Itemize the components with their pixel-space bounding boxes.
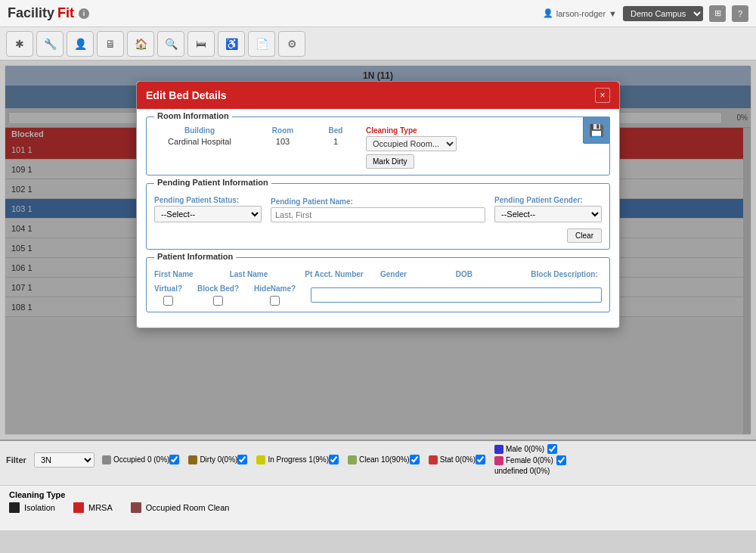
wrench-tool-btn[interactable]: 🔧 <box>36 31 64 57</box>
cleaning-type-select[interactable]: Occupied Room... Clean Dirty In Progress <box>366 136 457 151</box>
pending-patient-grid: Pending Patient Status: --Select-- Pendi… <box>154 190 602 222</box>
hide-name-checkbox-wrap: HideName? <box>254 284 296 306</box>
info-badge[interactable]: i <box>79 8 89 19</box>
virtual-checkbox[interactable] <box>163 296 173 306</box>
filter-label: Filter <box>6 455 26 464</box>
wheelchair-tool-btn[interactable]: ♿ <box>218 31 245 57</box>
dirty-checkbox[interactable] <box>237 455 247 464</box>
clear-button[interactable]: Clear <box>567 228 602 243</box>
inprogress-label: In Progress 1(9%) <box>268 455 329 464</box>
gender-stats: Male 0(0%) Female 0(0%) undefined 0(0%) <box>494 444 566 475</box>
cleaning-type-label: Cleaning Type <box>366 126 417 135</box>
clean-label: Clean 10(90%) <box>359 455 410 464</box>
room-value: 103 <box>276 137 290 146</box>
block-description-input[interactable] <box>311 287 602 303</box>
logo-fit: Fit <box>57 5 74 21</box>
building-label: Building <box>154 126 245 135</box>
edit-bed-modal: Edit Bed Details × 💾 Room Information Bu… <box>136 81 620 328</box>
floor-filter-select[interactable]: 3N <box>34 452 94 468</box>
pin-tool-btn[interactable]: ✱ <box>6 31 33 57</box>
pending-name-input[interactable] <box>271 207 485 222</box>
inprogress-checkbox[interactable] <box>329 455 339 464</box>
patient-info-grid: First Name Last Name Pt Acct. Number Gen… <box>154 264 602 280</box>
pending-gender-select[interactable]: --Select-- <box>494 206 602 222</box>
modal-body: 💾 Room Information Building Cardinal Hos… <box>137 109 619 328</box>
help-icon[interactable]: ? <box>732 5 748 22</box>
filter-stats: Occupied 0 (0%) Dirty 0(0%) In Progress … <box>102 444 566 475</box>
dirty-label: Dirty 0(0%) <box>200 455 237 464</box>
mark-dirty-button[interactable]: Mark Dirty <box>366 154 414 169</box>
legend-isolation: Isolation <box>9 502 55 513</box>
clean-checkbox[interactable] <box>410 455 420 464</box>
pending-gender-col: Pending Patient Gender: --Select-- <box>494 196 602 222</box>
cleaning-type-field: Cleaning Type Occupied Room... Clean Dir… <box>366 126 602 169</box>
occupied-room-clean-swatch <box>131 502 141 513</box>
top-bar: FacilityFit i 👤 larson-rodger ▼ Demo Cam… <box>0 0 756 27</box>
room-info-title: Room Information <box>154 111 232 120</box>
room-info-grid: Building Cardinal Hospital Room 103 Bed … <box>154 123 602 169</box>
occupied-checkbox[interactable] <box>169 455 179 464</box>
pending-name-col: Pending Patient Name: <box>271 197 485 222</box>
filter-bar-top: Filter 3N Occupied 0 (0%) Dirty 0(0%) In… <box>6 444 750 475</box>
gender-label: Gender <box>380 270 451 278</box>
stat-undefined: undefined 0(0%) <box>494 467 566 475</box>
bed-label: Bed <box>321 126 351 135</box>
building-field: Building Cardinal Hospital <box>154 126 245 147</box>
block-bed-label: Block Bed? <box>197 284 239 293</box>
modal-header: Edit Bed Details × <box>137 82 619 109</box>
patient-row2: Virtual? Block Bed? HideName? <box>154 280 602 306</box>
user-dropdown[interactable]: 👤 larson-rodger ▼ <box>543 8 617 18</box>
dob-label: DOB <box>456 270 527 278</box>
pending-patient-section: Pending Patient Information Pending Pati… <box>146 183 610 250</box>
modal-close-button[interactable]: × <box>595 88 610 103</box>
occupied-label: Occupied 0 (0%) <box>113 455 169 464</box>
search-tool-btn[interactable]: 🔍 <box>157 31 184 57</box>
hide-name-label: HideName? <box>254 284 296 293</box>
stat-checkbox[interactable] <box>476 455 485 464</box>
home-tool-btn[interactable]: 🏠 <box>127 31 154 57</box>
male-checkbox[interactable] <box>547 444 557 454</box>
pending-status-select[interactable]: --Select-- <box>154 206 262 222</box>
monitor-tool-btn[interactable]: 🖥 <box>97 31 124 57</box>
isolation-label: Isolation <box>24 503 55 512</box>
gender-col: Gender <box>380 270 451 280</box>
hide-name-checkbox[interactable] <box>270 296 280 306</box>
stat-stat: Stat 0(0%) <box>429 455 485 464</box>
block-bed-checkbox-wrap: Block Bed? <box>197 284 239 306</box>
stat-inprogress: In Progress 1(9%) <box>256 455 339 464</box>
pending-name-label: Pending Patient Name: <box>271 197 485 206</box>
stat-dirty: Dirty 0(0%) <box>188 455 247 464</box>
app-logo: FacilityFit i <box>8 5 89 21</box>
dob-col: DOB <box>456 270 527 280</box>
stat-occupied: Occupied 0 (0%) <box>102 455 179 464</box>
mrsa-swatch <box>73 502 84 513</box>
main-content: 1N (11) CN 0 PT 0 PA 0 AB 11 0% <box>0 61 756 440</box>
room-label: Room <box>260 126 305 135</box>
stat-clean: Clean 10(90%) <box>348 455 420 464</box>
modal-title: Edit Bed Details <box>146 89 227 101</box>
female-checkbox[interactable] <box>556 455 566 465</box>
block-desc-label: Block Description: <box>531 270 602 278</box>
filter-bar: Filter 3N Occupied 0 (0%) Dirty 0(0%) In… <box>0 440 756 485</box>
bed-tool-btn[interactable]: 🛏 <box>187 31 215 57</box>
block-bed-checkbox[interactable] <box>213 296 223 306</box>
person-tool-btn[interactable]: 👤 <box>67 31 94 57</box>
pending-status-label: Pending Patient Status: <box>154 196 262 204</box>
pending-status-col: Pending Patient Status: --Select-- <box>154 196 262 222</box>
female-dot <box>494 456 503 465</box>
legend-occupied-room-clean: Occupied Room Clean <box>131 502 230 513</box>
campus-select[interactable]: Demo Campus <box>623 6 703 21</box>
virtual-label: Virtual? <box>154 284 182 293</box>
mrsa-label: MRSA <box>88 503 113 512</box>
room-info-section: Room Information Building Cardinal Hospi… <box>146 117 610 176</box>
inner-panel: 1N (11) CN 0 PT 0 PA 0 AB 11 0% <box>5 65 751 435</box>
occupied-dot <box>102 455 111 464</box>
last-name-col: Last Name <box>230 270 301 280</box>
gear-tool-btn[interactable]: ⚙ <box>278 31 305 57</box>
legend-mrsa: MRSA <box>73 502 113 513</box>
building-value: Cardinal Hospital <box>168 137 231 146</box>
first-name-col: First Name <box>154 270 225 280</box>
grid-icon[interactable]: ⊞ <box>709 5 726 22</box>
undefined-label: undefined 0(0%) <box>494 467 550 475</box>
document-tool-btn[interactable]: 📄 <box>248 31 275 57</box>
